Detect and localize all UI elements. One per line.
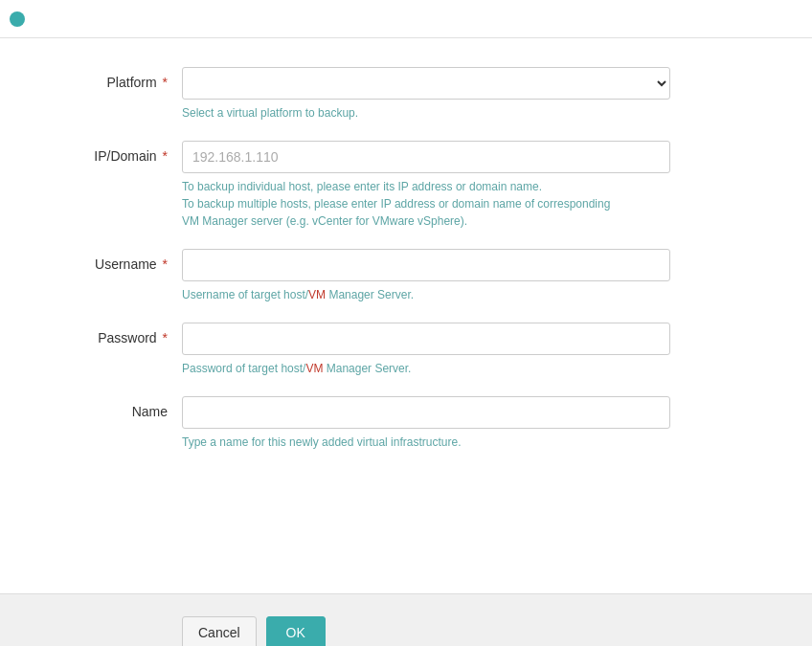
password-row: Password * Password of target host/VM Ma… bbox=[57, 323, 755, 377]
cancel-button[interactable]: Cancel bbox=[182, 616, 257, 647]
username-label: Username * bbox=[57, 249, 182, 272]
ip-domain-row: IP/Domain * To backup individual host, p… bbox=[57, 141, 755, 230]
top-bar bbox=[0, 0, 812, 38]
username-row: Username * Username of target host/VM Ma… bbox=[57, 249, 755, 303]
username-field-group: Username of target host/VM Manager Serve… bbox=[182, 249, 670, 303]
name-input[interactable] bbox=[182, 396, 670, 429]
password-required-star: * bbox=[159, 330, 168, 345]
platform-required-star: * bbox=[159, 75, 168, 90]
ip-domain-input[interactable] bbox=[182, 141, 670, 173]
password-field-group: Password of target host/VM Manager Serve… bbox=[182, 323, 670, 377]
platform-label: Platform * bbox=[57, 67, 182, 90]
platform-hint: Select a virtual platform to backup. bbox=[182, 104, 670, 122]
name-hint: Type a name for this newly added virtual… bbox=[182, 434, 670, 451]
name-field-group: Type a name for this newly added virtual… bbox=[182, 396, 670, 451]
password-label: Password * bbox=[57, 323, 182, 345]
platform-field-group: Select a virtual platform to backup. bbox=[182, 67, 670, 122]
password-hint: Password of target host/VM Manager Serve… bbox=[182, 360, 670, 377]
main-content: Platform * Select a virtual platform to … bbox=[0, 38, 812, 593]
platform-row: Platform * Select a virtual platform to … bbox=[57, 67, 755, 122]
ip-domain-hint: To backup individual host, please enter … bbox=[182, 178, 670, 230]
ip-domain-required-star: * bbox=[159, 148, 168, 164]
ok-button[interactable]: OK bbox=[266, 616, 326, 647]
footer: Cancel OK bbox=[0, 593, 812, 646]
platform-select[interactable] bbox=[182, 67, 670, 100]
username-required-star: * bbox=[159, 256, 168, 272]
ip-domain-label: IP/Domain * bbox=[57, 141, 182, 164]
password-input[interactable] bbox=[182, 323, 670, 355]
app-logo bbox=[10, 11, 25, 27]
name-label: Name bbox=[57, 396, 182, 419]
name-row: Name Type a name for this newly added vi… bbox=[57, 396, 755, 451]
ip-domain-field-group: To backup individual host, please enter … bbox=[182, 141, 670, 230]
username-input[interactable] bbox=[182, 249, 670, 281]
username-hint: Username of target host/VM Manager Serve… bbox=[182, 286, 670, 303]
